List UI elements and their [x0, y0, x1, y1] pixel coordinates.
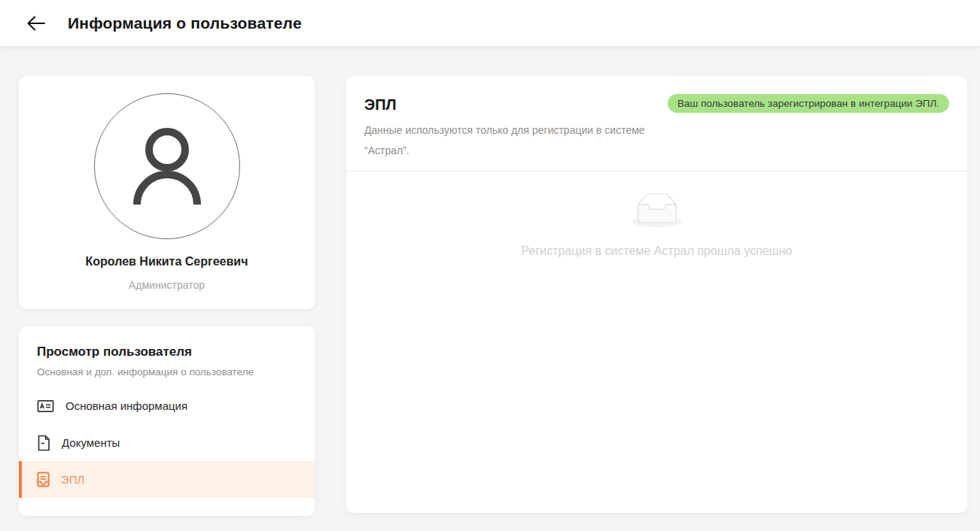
nav-item-main-info[interactable]: Основная информация [19, 387, 315, 424]
user-name: Королев Никита Сергеевич [86, 255, 248, 269]
nav-card: Просмотр пользователя Основная и доп. ин… [19, 326, 315, 516]
back-button[interactable] [23, 11, 48, 36]
section-description: Данные используются только для регистрац… [364, 120, 668, 162]
content-header: ЭПЛ Данные используются только для регис… [346, 76, 967, 162]
empty-message: Регистрация в системе Астрал прошла успе… [522, 244, 793, 258]
status-badge: Ваш пользователь зарегистрирован в интег… [668, 94, 949, 113]
nav-item-label: Основная информация [65, 399, 187, 412]
header: Информация о пользователе [0, 0, 980, 47]
nav-list: Основная информация Документы [19, 387, 315, 498]
user-icon [131, 126, 203, 206]
empty-inbox-icon [631, 192, 683, 228]
section-title: ЭПЛ [364, 96, 668, 114]
empty-state: Регистрация в системе Астрал прошла успе… [346, 171, 967, 513]
content-header-text: ЭПЛ Данные используются только для регис… [364, 96, 668, 162]
profile-card: Королев Никита Сергеевич Администратор [19, 76, 315, 309]
page-title: Информация о пользователе [68, 14, 302, 32]
avatar [94, 93, 240, 239]
main-area: Королев Никита Сергеевич Администратор П… [0, 47, 980, 516]
back-arrow-icon [26, 15, 46, 32]
idcard-icon [37, 399, 54, 414]
nav-subtitle: Основная и доп. информация о пользовател… [19, 366, 315, 378]
left-column: Королев Никита Сергеевич Администратор П… [19, 76, 315, 516]
nav-item-label: Документы [62, 436, 120, 449]
nav-item-documents[interactable]: Документы [19, 424, 315, 461]
user-role: Администратор [129, 279, 205, 291]
nav-title: Просмотр пользователя [19, 344, 315, 360]
document-icon [37, 435, 50, 451]
nav-item-epl[interactable]: ЭПЛ [19, 461, 315, 498]
content-card: ЭПЛ Данные используются только для регис… [346, 76, 967, 513]
waybill-icon [37, 472, 50, 487]
nav-item-label: ЭПЛ [61, 473, 84, 486]
